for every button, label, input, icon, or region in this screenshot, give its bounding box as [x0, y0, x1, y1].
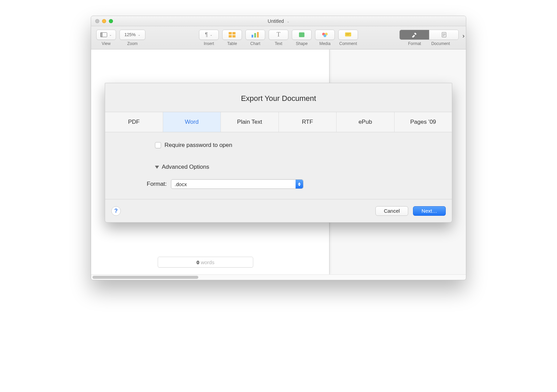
zoom-window-button[interactable]: [109, 19, 113, 23]
window-title-text: Untitled: [268, 18, 284, 24]
tab-rtf[interactable]: RTF: [279, 112, 337, 132]
text-label: Text: [275, 41, 282, 46]
chevron-down-icon: ⌄: [138, 33, 141, 36]
word-count-value: 0: [197, 259, 199, 265]
svg-rect-2: [229, 32, 232, 34]
document-area: 0 words Export Your Document PDF Word Pl…: [91, 49, 466, 274]
comment-icon: [345, 32, 352, 37]
format-popup[interactable]: .docx: [171, 179, 303, 189]
sheet-title: Export Your Document: [105, 83, 452, 112]
require-password-row: Require password to open: [155, 142, 452, 149]
popup-stepper-icon: [296, 180, 303, 189]
comment-button[interactable]: [338, 30, 358, 40]
chevron-down-icon: ⌄: [210, 33, 213, 36]
insert-button[interactable]: ¶ ⌄: [199, 30, 219, 40]
svg-rect-14: [346, 33, 350, 34]
tab-plain[interactable]: Plain Text: [221, 112, 279, 132]
pilcrow-icon: ¶: [205, 32, 208, 38]
tab-epub[interactable]: ePub: [337, 112, 395, 132]
svg-rect-4: [229, 35, 232, 37]
chevron-down-icon: ⌄: [109, 33, 112, 36]
shape-label: Shape: [296, 41, 308, 46]
media-button[interactable]: [315, 30, 335, 40]
sheet-footer: ? Cancel Next…: [105, 199, 452, 222]
word-count-unit: words: [201, 259, 214, 265]
titlebar: Untitled ⌄: [91, 16, 466, 26]
svg-rect-1: [101, 32, 103, 37]
help-button[interactable]: ?: [111, 206, 121, 216]
svg-rect-15: [346, 34, 349, 35]
shape-icon: [299, 32, 305, 37]
tab-word[interactable]: Word: [163, 112, 221, 132]
chart-label: Chart: [250, 41, 260, 46]
sheet-body: Require password to open Advanced Option…: [105, 132, 452, 199]
shape-button[interactable]: [292, 30, 312, 40]
format-label: Format:: [147, 181, 167, 187]
svg-rect-7: [254, 33, 256, 37]
cancel-button[interactable]: Cancel: [375, 206, 408, 216]
document-label: Document: [431, 41, 450, 46]
table-button[interactable]: [222, 30, 242, 40]
zoom-value: 125%: [124, 32, 135, 37]
zoom-label: Zoom: [127, 41, 138, 46]
advanced-options-disclosure[interactable]: Advanced Options: [155, 164, 452, 170]
view-button[interactable]: ⌄: [96, 30, 116, 40]
app-window: Untitled ⌄ ⌄ View: [91, 16, 466, 280]
chevron-down-icon: ⌄: [287, 19, 289, 23]
media-icon: [321, 32, 329, 38]
inspector-segmented: [399, 30, 459, 40]
table-icon: [229, 32, 235, 37]
svg-rect-5: [232, 35, 235, 37]
text-icon: T: [277, 31, 281, 38]
text-button[interactable]: T: [269, 30, 288, 40]
view-label: View: [102, 41, 111, 46]
view-icon: [100, 32, 107, 37]
export-sheet: Export Your Document PDF Word Plain Text…: [105, 83, 452, 223]
next-button[interactable]: Next…: [413, 206, 446, 216]
chart-icon: [252, 32, 259, 37]
export-tabs: PDF Word Plain Text RTF ePub Pages ’09: [105, 112, 452, 132]
document-icon: [442, 32, 446, 37]
disclosure-triangle-icon: [155, 166, 159, 169]
advanced-options-label: Advanced Options: [162, 164, 209, 170]
svg-rect-8: [257, 32, 259, 37]
svg-rect-3: [232, 32, 235, 34]
table-label: Table: [227, 41, 237, 46]
window-title[interactable]: Untitled ⌄: [91, 18, 466, 24]
paintbrush-icon: [411, 32, 417, 37]
format-value: .docx: [175, 181, 187, 187]
scrollbar-thumb[interactable]: [92, 276, 198, 279]
tab-pdf[interactable]: PDF: [105, 112, 163, 132]
require-password-label: Require password to open: [165, 142, 232, 149]
zoom-button[interactable]: 125% ⌄: [119, 30, 145, 40]
format-label: Format: [408, 41, 421, 46]
tab-pages09[interactable]: Pages ’09: [395, 112, 452, 132]
format-inspector-button[interactable]: [400, 30, 429, 40]
svg-point-12: [324, 34, 326, 37]
require-password-checkbox[interactable]: [155, 142, 161, 148]
document-inspector-button[interactable]: [429, 30, 458, 40]
horizontal-scrollbar[interactable]: [91, 274, 466, 280]
svg-rect-16: [414, 32, 416, 35]
format-row: Format: .docx: [155, 179, 452, 189]
chart-button[interactable]: [245, 30, 265, 40]
svg-rect-6: [252, 35, 253, 37]
media-label: Media: [319, 41, 331, 46]
traffic-lights: [91, 19, 113, 23]
svg-rect-9: [299, 32, 304, 37]
word-count-pill[interactable]: 0 words: [158, 257, 253, 268]
minimize-window-button[interactable]: [102, 19, 106, 23]
comment-label: Comment: [339, 41, 357, 46]
toolbar: ⌄ View 125% ⌄ Zoom ¶ ⌄: [91, 26, 466, 49]
close-window-button[interactable]: [95, 19, 99, 23]
insert-label: Insert: [204, 41, 214, 46]
